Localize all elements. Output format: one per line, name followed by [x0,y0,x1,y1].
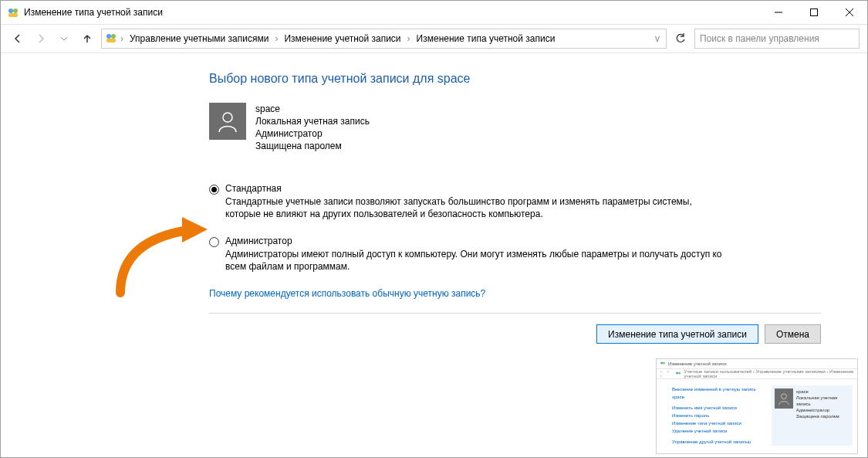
avatar [775,388,793,409]
search-placeholder: Поиск в панели управления [700,33,819,44]
thumb-links: Внесение изменений в учетную запись spac… [672,385,764,446]
thumb-title: Изменение учетной записи [657,359,857,369]
svg-rect-9 [106,39,116,42]
svg-point-11 [660,361,663,364]
radio-admin-desc: Администраторы имеют полный доступ к ком… [225,248,726,273]
breadcrumb-item[interactable]: Управление учетными записями [127,33,272,44]
svg-point-10 [223,113,232,122]
svg-rect-2 [8,13,18,17]
thumb-link: Удаление учетной записи [672,427,764,435]
avatar [209,103,246,140]
thumb-user-l2: Администратор [796,407,849,413]
svg-point-12 [663,361,665,364]
user-accounts-icon [105,32,117,46]
thumb-nav: ← → ↑ Учетные записи пользователей › Упр… [657,369,857,379]
svg-point-13 [676,371,678,374]
breadcrumb-item[interactable]: Изменение учетной записи [281,33,404,44]
breadcrumb-item[interactable]: Изменение типа учетной записи [414,33,559,44]
window-title: Изменение типа учетной записи [24,7,761,18]
user-block: space Локальная учетная запись Администр… [209,103,821,152]
change-type-button[interactable]: Изменение типа учетной записи [596,324,758,344]
thumb-link: Изменить имя учетной записи [672,404,764,412]
chevron-right-icon: › [406,33,412,44]
button-row: Изменение типа учетной записи Отмена [209,313,821,344]
svg-point-14 [678,371,681,374]
radio-standard[interactable]: Стандартная Стандартные учетные записи п… [209,183,726,220]
user-accounts-icon [660,361,666,368]
account-type-radiogroup: Стандартная Стандартные учетные записи п… [209,183,821,273]
user-name: space [255,103,370,115]
page-title: Выбор нового типа учетной записи для spa… [209,72,821,86]
thumb-headline: Внесение изменений в учетную запись spac… [672,385,764,401]
window: Изменение типа учетной записи › Управлен… [0,0,868,458]
annotation-arrow-icon [109,215,217,303]
refresh-button[interactable] [671,29,690,48]
svg-point-1 [13,8,18,13]
radio-standard-desc: Стандартные учетные записи позволяют зап… [225,195,726,220]
chevron-right-icon: › [119,33,125,44]
search-input[interactable]: Поиск в панели управления [694,29,860,49]
thumb-user-l3: Защищена паролем [796,413,849,419]
user-info: space Локальная учетная запись Администр… [255,103,370,152]
navbar: › Управление учетными записями › Изменен… [1,25,867,53]
thumb-user-name: space [796,388,849,395]
titlebar: Изменение типа учетной записи [1,1,867,25]
maximize-button[interactable] [796,1,832,24]
radio-admin-label: Администратор [225,236,726,246]
svg-point-8 [111,34,116,39]
user-role: Администратор [255,127,370,140]
radio-button-icon [209,237,219,247]
thumb-link: Управление другой учетной записью [672,438,764,446]
radio-admin[interactable]: Администратор Администраторы имеют полны… [209,236,726,273]
recent-dropdown-icon[interactable] [55,29,73,48]
svg-rect-4 [811,9,818,16]
user-type: Локальная учетная запись [255,115,370,127]
chevron-down-icon[interactable]: v [652,33,663,44]
breadcrumb[interactable]: › Управление учетными записями › Изменен… [101,29,667,49]
svg-point-7 [106,34,111,39]
svg-point-0 [8,8,13,13]
thumb-user: space Локальная учетная запись Администр… [772,385,853,446]
up-button[interactable] [78,29,96,48]
minimize-button[interactable] [761,1,796,24]
thumb-user-l1: Локальная учетная запись [796,395,849,407]
content: Выбор нового типа учетной записи для spa… [1,53,867,351]
radio-standard-label: Стандартная [225,183,726,194]
back-button[interactable] [8,29,27,48]
user-password-status: Защищена паролем [255,140,370,152]
thumbnail-preview: Изменение учетной записи ← → ↑ Учетные з… [656,358,858,454]
radio-button-icon [209,185,219,195]
thumb-link: Изменить пароль [672,412,764,419]
user-accounts-icon [7,6,19,19]
close-button[interactable] [832,1,867,24]
user-accounts-icon [675,371,681,378]
forward-button[interactable] [32,29,50,48]
help-link[interactable]: Почему рекомендуется использовать обычну… [209,288,821,299]
cancel-button[interactable]: Отмена [765,324,821,344]
thumb-link: Изменение типа учетной записи [672,419,764,427]
svg-point-15 [781,394,786,399]
chevron-right-icon: › [273,33,279,44]
